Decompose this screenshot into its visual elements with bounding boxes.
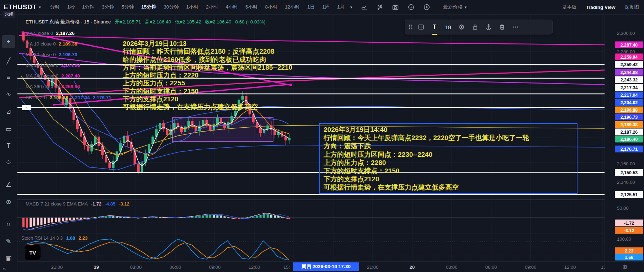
note-line: 下方的支撑点2120 xyxy=(324,175,577,183)
fib-lines-tool[interactable]: ≡ xyxy=(2,71,15,84)
note-line: 上方的短时压力点：2220 xyxy=(123,71,292,79)
price-tick: 100.00 xyxy=(617,236,631,242)
ma-label: MA 5 close 0 xyxy=(26,31,53,36)
tradingview-logo[interactable]: TV xyxy=(25,245,41,260)
legend-open: 开=2,185.71 xyxy=(115,19,141,25)
indicators-icon[interactable] xyxy=(376,3,384,11)
emoji-tool[interactable]: ☺ xyxy=(2,156,15,169)
lock-tool[interactable]: ▣ xyxy=(2,252,15,265)
text-color-swatch xyxy=(432,34,437,35)
timeframe-2小时[interactable]: 2小时 xyxy=(206,4,218,10)
crosshair-time-badge: 周四 2026-03-19 17:30 xyxy=(293,262,359,271)
lock-icon[interactable] xyxy=(468,21,482,33)
add-icon[interactable] xyxy=(407,3,415,11)
drawing-toolbar: « +╱≡∿⊿▭T☺∠⊕∩✎▣ xyxy=(0,15,17,272)
price-badge: 2,186.40 xyxy=(615,136,643,143)
ma-legend-row: MA 120 close 02,244.08 xyxy=(26,63,80,68)
note-line: 可根据行情走势，在支撑压力点建立低多高空 xyxy=(123,103,292,111)
ma-legend-row: MA 5 close 02,187.26 xyxy=(26,31,75,36)
crosshair-tool[interactable]: + xyxy=(2,35,15,48)
timeframe-1周[interactable]: 1周 xyxy=(322,4,330,10)
chart-area[interactable]: ETHUSDT 永续 最新价格 · 15 · Binance 开=2,185.7… xyxy=(17,14,605,261)
time-axis[interactable]: 21:001903:0006:0009:0012:0015:21:002003:… xyxy=(17,261,605,272)
timeframe-4小时[interactable]: 4小时 xyxy=(225,4,238,10)
drag-handle-icon[interactable] xyxy=(407,21,414,33)
template-icon[interactable] xyxy=(414,21,428,33)
gear-icon xyxy=(622,264,628,270)
analysis-note-afternoon[interactable]: 2026年3月19日14:40行情回顾：今天上午反弹高点2232，2220空了一… xyxy=(319,123,578,194)
macd-legend-label: MACD 7 21 close 9 EMA EMA xyxy=(26,201,87,207)
time-tick: 09:00 xyxy=(209,265,221,270)
price-badge: 2,259.42 xyxy=(615,61,643,68)
shapes-tool[interactable]: ▭ xyxy=(2,123,15,135)
ma-label: MA 360 close 0 xyxy=(26,84,58,89)
price-badge: 1.68 xyxy=(615,254,643,261)
chart-mode-tab-基本版[interactable]: 基本版 xyxy=(562,4,577,10)
price-tick: 2,160.00 xyxy=(617,161,635,166)
alert-icon[interactable] xyxy=(423,3,431,11)
price-type-label: 最新价格 xyxy=(443,4,463,10)
anchor-icon[interactable] xyxy=(482,21,495,33)
timeframe-8小时[interactable]: 8小时 xyxy=(265,4,277,10)
note-line: 上方的压力点：2255 xyxy=(123,79,292,87)
timeframe-more-icon[interactable]: ▾ xyxy=(350,5,352,10)
drawing-floating-toolbar: T 18 xyxy=(405,20,553,34)
time-tick: 15: xyxy=(283,265,290,270)
axis-settings-corner[interactable] xyxy=(605,261,644,272)
timeframe-30分钟[interactable]: 30分钟 xyxy=(164,4,179,10)
price-axis[interactable]: 2,300.002,280.002,160.002,140.0050.00100… xyxy=(605,14,644,261)
macd-hist-value: -3.12 xyxy=(119,201,129,207)
timeframe-1分钟[interactable]: 1分钟 xyxy=(82,4,95,10)
timeframe-5分钟[interactable]: 5分钟 xyxy=(122,4,134,10)
timeframe-bar: 分时1秒1分钟3分钟5分钟15分钟30分钟1小时2小时4小时6小时8小时12小时… xyxy=(50,4,345,10)
camera-icon[interactable] xyxy=(392,3,399,11)
timeframe-1日[interactable]: 1日 xyxy=(307,4,315,10)
font-size-button[interactable]: 18 xyxy=(441,21,455,33)
price-badge: -1.72 xyxy=(615,220,643,226)
timeframe-15分钟[interactable]: 15分钟 xyxy=(141,4,156,10)
trend-line-tool[interactable]: ╱ xyxy=(2,54,15,67)
draw-tool[interactable]: ✎ xyxy=(2,235,15,248)
price-badge: 2,189.38 xyxy=(615,121,643,128)
ma-value: 2,189.38 xyxy=(59,41,78,47)
note-line: 下方的短时支撑点：2150 xyxy=(123,87,292,95)
price-type-selector[interactable]: 最新价格 ▾ xyxy=(443,4,467,10)
magnet-tool[interactable]: ∩ xyxy=(2,218,15,230)
time-tick: 21:00 xyxy=(51,265,63,270)
settings-icon[interactable] xyxy=(455,21,468,33)
trash-icon[interactable] xyxy=(495,21,509,33)
pattern-tool[interactable]: ⊿ xyxy=(2,105,15,118)
zoom-tool[interactable]: ⊕ xyxy=(2,196,15,208)
symbol-selector[interactable]: ETHUSDT ▾ xyxy=(4,3,41,11)
time-tick: 12:00 xyxy=(564,265,576,270)
text-color-button[interactable]: T xyxy=(428,21,441,33)
collapse-toolbar-icon[interactable]: « xyxy=(3,265,6,271)
ma-label: MA 10 close 0 xyxy=(26,41,56,47)
bb-legend-row: BB 20 2 02,196.882,217.042,176.71 xyxy=(26,95,111,100)
stoch-k-value: 1.68 xyxy=(66,235,75,241)
timeframe-12小时[interactable]: 12小时 xyxy=(285,4,300,10)
price-badge: 2,217.04 xyxy=(615,92,643,98)
text-tool[interactable]: T xyxy=(2,139,15,152)
chart-mode-tab-深度图[interactable]: 深度图 xyxy=(625,4,639,10)
chart-mode-tab-Trading View[interactable]: Trading View xyxy=(586,5,615,10)
line-collapse-chip[interactable]: ︿ xyxy=(22,105,31,110)
timeframe-6小时[interactable]: 6小时 xyxy=(245,4,258,10)
timeframe-1秒[interactable]: 1秒 xyxy=(67,4,75,10)
measure-tool[interactable]: ∠ xyxy=(2,178,15,191)
bb-value: 2,176.71 xyxy=(92,95,111,100)
macd-signal-value: -4.85 xyxy=(105,201,116,207)
timeframe-1小时[interactable]: 1小时 xyxy=(186,4,198,10)
more-icon[interactable] xyxy=(509,21,522,33)
header-icon-group xyxy=(360,3,431,11)
chart-style-icon[interactable] xyxy=(360,3,368,11)
analysis-note-morning[interactable]: 2026年3月19日10:13行情回顾：昨天行情回落低点2150；反弹高点220… xyxy=(123,40,292,111)
ma-value: 2,287.40 xyxy=(61,73,80,79)
note-line: 上方的压力点：2280 xyxy=(324,159,577,167)
note-line: 行情回顾：今天上午反弹高点2232，2220空了一手也算是小吃了一轮 xyxy=(324,134,577,142)
brush-tool[interactable]: ∿ xyxy=(2,88,15,101)
timeframe-1月[interactable]: 1月 xyxy=(337,4,345,10)
price-badge: 2.23 xyxy=(615,247,643,254)
timeframe-分时[interactable]: 分时 xyxy=(50,4,60,10)
timeframe-3分钟[interactable]: 3分钟 xyxy=(102,4,114,10)
